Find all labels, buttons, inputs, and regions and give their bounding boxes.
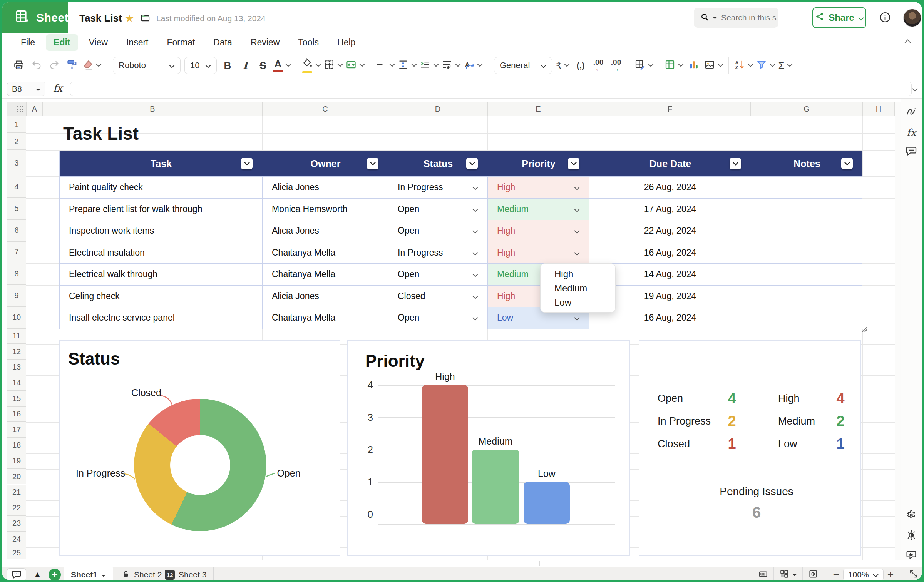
notes-cell[interactable] [751, 307, 863, 329]
info-icon[interactable] [879, 11, 892, 25]
add-sheet-button[interactable]: + [49, 569, 61, 580]
chevron-down-icon[interactable] [472, 313, 478, 323]
merge-cells-icon[interactable] [344, 55, 366, 75]
task-cell[interactable]: Insall electric service panel [60, 307, 263, 329]
row-header-20[interactable]: 20 [7, 469, 26, 485]
feedback-icon[interactable] [905, 549, 917, 563]
column-header-A[interactable]: A [26, 102, 43, 116]
row-header-8[interactable]: 8 [7, 263, 26, 285]
bar-medium[interactable] [472, 450, 519, 524]
sheet-tab-sheet3[interactable]: 12Sheet 3 [158, 567, 214, 580]
bar-low[interactable] [524, 482, 570, 524]
row-header-18[interactable]: 18 [7, 438, 26, 453]
table-header-due-date[interactable]: Due Date [589, 151, 751, 176]
owner-cell[interactable]: Alicia Jones [263, 286, 388, 307]
due-date-cell[interactable]: 26 Aug, 2024 [589, 177, 751, 198]
status-chart-panel[interactable]: Status OpenIn ProgressClosed [59, 340, 340, 556]
layout-view-caret-icon[interactable] [792, 571, 797, 578]
menu-edit[interactable]: Edit [46, 34, 78, 51]
notes-cell[interactable] [751, 242, 863, 264]
status-cell[interactable]: Open [388, 264, 488, 285]
row-header-14[interactable]: 14 [7, 375, 26, 391]
keyboard-shortcuts-icon[interactable] [758, 569, 768, 580]
notes-cell[interactable] [751, 264, 863, 285]
filter-icon[interactable] [755, 55, 777, 75]
cell-name-box[interactable]: B8 [7, 82, 45, 96]
chevron-down-icon[interactable] [472, 204, 478, 214]
formula-input[interactable] [70, 82, 912, 96]
due-date-cell[interactable]: 16 Aug, 2024 [589, 242, 751, 264]
row-header-4[interactable]: 4 [7, 176, 26, 198]
chevron-down-icon[interactable] [472, 291, 478, 301]
task-cell[interactable]: Electrical walk through [60, 264, 263, 285]
chevron-down-icon[interactable] [574, 248, 580, 258]
table-header-status[interactable]: Status [388, 151, 488, 176]
row-header-23[interactable]: 23 [7, 516, 26, 532]
namebox-caret-icon[interactable] [36, 84, 40, 94]
dropdown-option-medium[interactable]: Medium [541, 281, 615, 295]
row-header-7[interactable]: 7 [7, 241, 26, 263]
comments-button[interactable] [7, 568, 26, 580]
italic-button[interactable]: I [236, 55, 254, 75]
menu-review[interactable]: Review [243, 34, 287, 51]
sheet-tab-sheet1[interactable]: Sheet1 [64, 567, 113, 580]
priority-cell[interactable]: Medium [488, 199, 589, 220]
filter-icon[interactable] [841, 158, 853, 169]
row-header-6[interactable]: 6 [7, 219, 26, 241]
notes-cell[interactable] [751, 177, 863, 198]
chevron-down-icon[interactable] [472, 248, 478, 258]
status-cell[interactable]: In Progress [388, 177, 488, 198]
print-icon[interactable] [10, 55, 28, 75]
column-header-C[interactable]: C [262, 102, 388, 116]
sheet-list-icon[interactable]: ▲ [34, 570, 41, 579]
theme-toggle-icon[interactable] [905, 529, 917, 543]
table-header-owner[interactable]: Owner [263, 151, 388, 176]
dropdown-option-low[interactable]: Low [541, 295, 615, 309]
due-date-cell[interactable]: 22 Aug, 2024 [589, 220, 751, 242]
sum-button[interactable]: Σ [777, 55, 794, 75]
priority-cell[interactable]: High [488, 177, 589, 198]
insert-image-icon[interactable] [703, 55, 725, 75]
filter-icon[interactable] [466, 158, 478, 169]
chevron-down-icon[interactable] [574, 226, 580, 236]
row-header-21[interactable]: 21 [7, 485, 26, 500]
row-header-10[interactable]: 10 [7, 306, 26, 328]
search-input[interactable] [720, 13, 778, 23]
align-horizontal-icon[interactable] [374, 55, 396, 75]
table-resize-handle[interactable] [859, 324, 868, 333]
align-vertical-icon[interactable] [396, 55, 418, 75]
zia-assistant-icon[interactable] [905, 105, 917, 119]
table-header-priority[interactable]: Priority [488, 151, 589, 176]
menu-view[interactable]: View [81, 34, 116, 51]
status-donut-chart[interactable] [134, 399, 266, 531]
color-button[interactable]: A [272, 55, 292, 75]
favorite-star-icon[interactable]: ★ [125, 12, 134, 25]
zoom-level-select[interactable]: 100% [843, 569, 884, 580]
row-header-5[interactable]: 5 [7, 198, 26, 220]
column-header-E[interactable]: E [487, 102, 589, 116]
row-header-22[interactable]: 22 [7, 500, 26, 516]
owner-cell[interactable]: Monica Hemsworth [263, 199, 388, 220]
chevron-down-icon[interactable] [472, 182, 478, 192]
owner-cell[interactable]: Chaitanya Mella [263, 242, 388, 264]
undo-icon[interactable] [28, 55, 45, 75]
redo-icon[interactable] [45, 55, 63, 75]
select-all-corner[interactable] [7, 102, 26, 116]
row-header-25[interactable]: 25 [7, 547, 26, 559]
menu-tools[interactable]: Tools [290, 34, 326, 51]
scrollbar-strip[interactable] [2, 560, 922, 567]
filter-icon[interactable] [367, 158, 378, 169]
row-header-19[interactable]: 19 [7, 453, 26, 469]
owner-cell[interactable]: Alicia Jones [263, 177, 388, 198]
chevron-down-icon[interactable] [574, 204, 580, 214]
sheet-title-cell[interactable]: Task List [63, 123, 139, 144]
menu-help[interactable]: Help [330, 34, 363, 51]
increase-decimal-button[interactable]: .00→ [607, 55, 625, 75]
priority-chart-panel[interactable]: Priority 43210HighMediumLow [347, 340, 630, 556]
owner-cell[interactable]: Chaitanya Mella [263, 264, 388, 285]
row-header-3[interactable]: 3 [7, 150, 26, 176]
filter-icon[interactable] [568, 158, 579, 169]
priority-cell[interactable]: High [488, 242, 589, 264]
sort-icon[interactable]: AZ [733, 55, 755, 75]
insert-chart-icon[interactable] [685, 55, 703, 75]
